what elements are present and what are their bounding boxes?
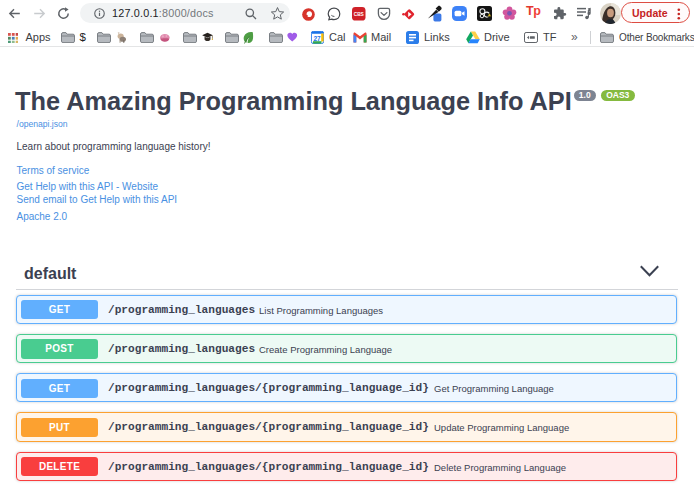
svg-text:27: 27 (313, 35, 321, 42)
svg-text:CBS: CBS (354, 12, 365, 17)
